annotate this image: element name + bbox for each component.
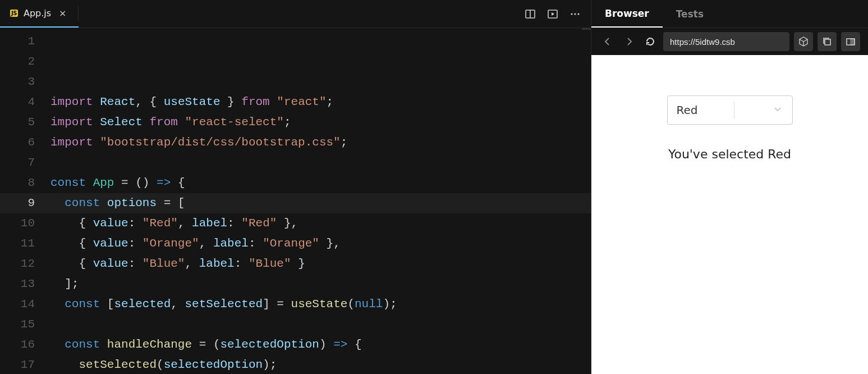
back-button[interactable] <box>599 33 616 50</box>
selected-status-text: You've selected Red <box>668 147 791 161</box>
line-number: 15 <box>0 314 35 335</box>
svg-point-4 <box>574 13 576 15</box>
svg-point-3 <box>571 13 572 15</box>
line-number: 14 <box>0 294 35 314</box>
preview-toolbar <box>591 28 868 55</box>
js-badge-icon: JS <box>10 10 18 17</box>
code-line[interactable]: import "bootstrap/dist/css/bootstrap.css… <box>50 133 591 153</box>
codesandbox-icon[interactable] <box>794 32 813 51</box>
svg-point-5 <box>577 13 579 15</box>
line-number: 16 <box>0 335 35 355</box>
code-line[interactable]: setSelected(selectedOption); <box>50 355 591 374</box>
forward-button[interactable] <box>621 33 637 50</box>
editor-tab-bar: JS App.js × <box>0 0 591 28</box>
chevron-down-icon <box>765 103 783 117</box>
code-line[interactable]: { value: "Orange", label: "Orange" }, <box>50 234 591 254</box>
line-number: 13 <box>0 274 35 294</box>
svg-rect-6 <box>825 39 830 45</box>
color-select[interactable]: Red <box>667 95 793 125</box>
url-input[interactable] <box>663 32 789 51</box>
select-separator <box>734 102 734 118</box>
dock-icon[interactable] <box>841 32 860 51</box>
code-line[interactable]: const handleChange = (selectedOption) =>… <box>50 335 591 355</box>
select-value: Red <box>677 103 698 117</box>
more-icon[interactable] <box>570 8 581 20</box>
line-number: 11 <box>0 234 35 254</box>
split-vertical-icon[interactable] <box>525 8 536 20</box>
code-line[interactable]: { value: "Blue", label: "Blue" } <box>50 254 591 274</box>
code-line[interactable]: { value: "Red", label: "Red" }, <box>50 213 591 234</box>
line-number: 3 <box>0 72 35 92</box>
code-line[interactable]: const [selected, setSelected] = useState… <box>50 294 591 314</box>
preview-icon[interactable] <box>547 8 558 20</box>
line-number: 6 <box>0 133 35 153</box>
editor-tab-appjs[interactable]: JS App.js × <box>0 0 79 28</box>
svg-rect-8 <box>851 39 855 45</box>
preview-tab-bar: Browser Tests <box>591 0 868 28</box>
line-number: 2 <box>0 52 35 72</box>
editor-toolbar <box>525 0 591 28</box>
line-number: 5 <box>0 112 35 133</box>
line-number: 10 <box>0 213 35 234</box>
code-line[interactable] <box>50 153 591 173</box>
code-editor[interactable]: 1234567891011121314151617 import React, … <box>0 28 591 374</box>
line-number: 17 <box>0 355 35 374</box>
line-number: 12 <box>0 254 35 274</box>
code-line[interactable]: const options = [ <box>50 193 591 213</box>
line-number: 8 <box>0 173 35 193</box>
tab-tests[interactable]: Tests <box>663 0 717 28</box>
tab-filename: App.js <box>24 8 51 19</box>
code-content[interactable]: import React, { useState } from "react";… <box>50 28 591 374</box>
line-number: 1 <box>0 31 35 52</box>
code-line[interactable] <box>50 314 591 335</box>
new-window-icon[interactable] <box>818 32 837 51</box>
preview-pane: Browser Tests Red You've se <box>591 0 868 374</box>
refresh-button[interactable] <box>642 33 659 50</box>
close-icon[interactable]: × <box>57 8 68 19</box>
code-line[interactable]: const App = () => { <box>50 173 591 193</box>
tab-browser[interactable]: Browser <box>591 0 663 28</box>
code-line[interactable]: ]; <box>50 274 591 294</box>
line-number: 4 <box>0 92 35 112</box>
code-line[interactable]: import Select from "react-select"; <box>50 112 591 133</box>
line-number: 7 <box>0 153 35 173</box>
code-line[interactable]: import React, { useState } from "react"; <box>50 92 591 112</box>
rendered-app: Red You've selected Red <box>591 55 868 374</box>
editor-pane: JS App.js × 1234567891011121314151617 im… <box>0 0 591 374</box>
